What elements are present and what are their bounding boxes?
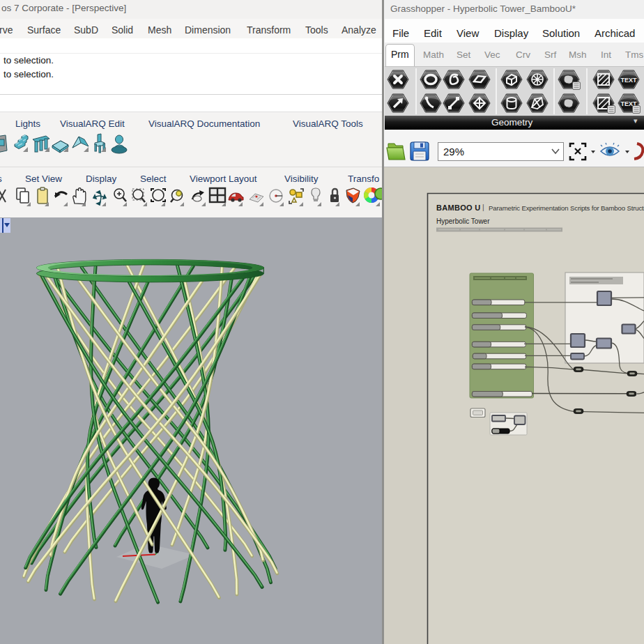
- svg-text:Parametric Experimentation Scr: Parametric Experimentation Scripts for B…: [489, 204, 644, 212]
- svg-text:BAMBOO U: BAMBOO U: [436, 204, 481, 212]
- svg-text:|: |: [482, 203, 484, 211]
- svg-text:Hyperbolic Tower: Hyperbolic Tower: [436, 217, 490, 225]
- svg-text:TEXT: TEXT: [620, 77, 637, 84]
- svg-text:29%: 29%: [443, 146, 464, 158]
